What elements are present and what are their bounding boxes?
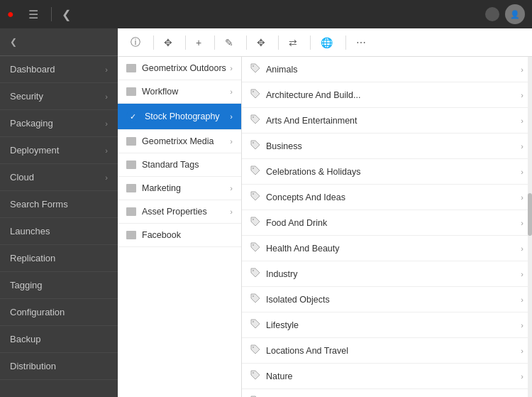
chevron-right-icon: › [230, 137, 233, 146]
sidebar-item-label: Packaging [10, 118, 53, 129]
tag-item[interactable]: Business› [242, 134, 532, 159]
publish-button[interactable]: 🌐 [315, 33, 341, 52]
adobe-icon: ● [7, 8, 14, 21]
folder-item[interactable]: Marketing› [118, 177, 241, 200]
notification-badge[interactable] [485, 7, 499, 21]
folder-item[interactable]: Asset Properties› [118, 200, 241, 224]
folder-item[interactable]: Workflow› [118, 80, 241, 104]
tag-item[interactable]: Industry› [242, 261, 532, 287]
folder-item[interactable]: Standard Tags [118, 153, 241, 177]
folder-name: Standard Tags [142, 160, 199, 170]
merge-button[interactable]: ⇄ [283, 33, 306, 52]
folder-name: Geometrixx Outdoors [142, 63, 226, 73]
references-button[interactable]: ✥ [158, 33, 181, 52]
folder-column: Geometrixx Outdoors›Workflow›✓Stock Phot… [118, 57, 242, 397]
sidebar-item-tagging[interactable]: Tagging [0, 272, 118, 299]
folder-item[interactable]: Geometrixx Media› [118, 130, 241, 153]
scrollbar-thumb[interactable] [528, 193, 532, 236]
svg-point-8 [253, 270, 254, 271]
sidebar-item-label: Configuration [10, 307, 65, 317]
folder-item[interactable]: ✓Stock Photography› [118, 104, 241, 130]
folder-name: Asset Properties [142, 207, 207, 217]
chevron-right-icon: › [230, 112, 233, 121]
tag-item[interactable]: Nature› [242, 364, 532, 389]
tag-icon [250, 344, 260, 357]
tag-item[interactable]: Isolated Objects› [242, 287, 532, 312]
folder-icon [126, 184, 136, 192]
sidebar-item-label: Security [10, 91, 43, 102]
sidebar-item-packaging[interactable]: Packaging› [0, 110, 118, 137]
sidebar-item-backup[interactable]: Backup [0, 326, 118, 353]
sidebar-item-deployment[interactable]: Deployment› [0, 137, 118, 164]
sidebar-items: Dashboard›Security›Packaging›Deployment›… [0, 56, 118, 380]
pencil-icon: ✎ [225, 37, 233, 48]
chevron-right-icon: › [521, 65, 523, 74]
sidebar-item-dashboard[interactable]: Dashboard› [0, 56, 118, 83]
tag-item[interactable]: Lifestyle› [242, 312, 532, 338]
svg-point-12 [253, 372, 254, 374]
top-bar-right: 👤 [480, 4, 525, 24]
back-button[interactable]: ❮ [62, 8, 71, 21]
create-tag-button[interactable]: + [190, 33, 210, 52]
tag-item[interactable]: Objects Equipment› [242, 389, 532, 397]
view-properties-button[interactable]: ⓘ [125, 33, 149, 53]
sidebar: ❮ Dashboard›Security›Packaging›Deploymen… [0, 28, 118, 397]
sidebar-item-configuration[interactable]: Configuration [0, 299, 118, 326]
chevron-right-icon: › [521, 142, 523, 151]
chevron-right-icon: › [521, 295, 523, 304]
tag-icon [250, 293, 260, 305]
menu-icon[interactable]: ☰ [28, 8, 38, 21]
move-button[interactable]: ✥ [251, 33, 274, 52]
svg-point-0 [253, 65, 254, 67]
chevron-right-icon: › [521, 91, 523, 99]
content-area: ⓘ ✥ + ✎ ✥ [118, 28, 532, 397]
svg-point-10 [253, 321, 254, 322]
divider [51, 7, 52, 21]
tag-icon [250, 63, 260, 75]
svg-point-11 [253, 347, 254, 348]
sidebar-item-label: Distribution [10, 361, 56, 371]
sidebar-item-search-forms[interactable]: Search Forms [0, 191, 118, 218]
sidebar-item-replication[interactable]: Replication [0, 245, 118, 272]
sidebar-item-launches[interactable]: Launches [0, 218, 118, 245]
sidebar-item-label: Launches [10, 226, 50, 236]
chevron-right-icon: › [105, 146, 108, 155]
sidebar-item-distribution[interactable]: Distribution [0, 353, 118, 380]
sidebar-item-label: Backup [10, 334, 40, 344]
chevron-right-icon: › [521, 219, 523, 227]
folder-item[interactable]: Facebook [118, 224, 241, 247]
more-button[interactable]: ⋯ [350, 33, 375, 52]
tag-icon [250, 370, 260, 382]
chevron-right-icon: › [521, 347, 523, 355]
tag-name: Food And Drink [266, 218, 327, 228]
chevron-right-icon: › [521, 193, 523, 202]
tag-item[interactable]: Locations And Travel› [242, 338, 532, 364]
tag-item[interactable]: Animals› [242, 57, 532, 82]
tag-item[interactable]: Arts And Entertainment› [242, 108, 532, 134]
tag-item[interactable]: Concepts And Ideas› [242, 185, 532, 210]
avatar[interactable]: 👤 [505, 4, 525, 24]
main-layout: ❮ Dashboard›Security›Packaging›Deploymen… [0, 28, 532, 397]
folder-item[interactable]: Geometrixx Outdoors› [118, 57, 241, 80]
scrollbar[interactable] [528, 57, 532, 397]
folder-icon [126, 137, 136, 146]
svg-point-5 [253, 193, 254, 195]
edit-button[interactable]: ✎ [219, 33, 242, 52]
sidebar-operations[interactable]: ❮ [0, 28, 118, 56]
tag-item[interactable]: Architecture And Build...› [242, 82, 532, 108]
tag-column: Animals› Architecture And Build...› Arts… [242, 57, 532, 397]
tag-icon [250, 217, 260, 229]
sidebar-item-security[interactable]: Security› [0, 83, 118, 110]
tag-name: Locations And Travel [266, 346, 348, 356]
svg-point-4 [253, 168, 254, 169]
tag-item[interactable]: Food And Drink› [242, 210, 532, 236]
sidebar-item-cloud[interactable]: Cloud› [0, 164, 118, 191]
svg-point-3 [253, 142, 254, 143]
tag-item[interactable]: Health And Beauty› [242, 236, 532, 261]
toolbar: ⓘ ✥ + ✎ ✥ [118, 28, 532, 57]
tag-icon [250, 191, 260, 203]
toolbar-divider-3 [214, 36, 215, 50]
chevron-right-icon: › [105, 119, 108, 128]
tag-item[interactable]: Celebrations & Holidays› [242, 159, 532, 185]
svg-point-6 [253, 219, 254, 220]
